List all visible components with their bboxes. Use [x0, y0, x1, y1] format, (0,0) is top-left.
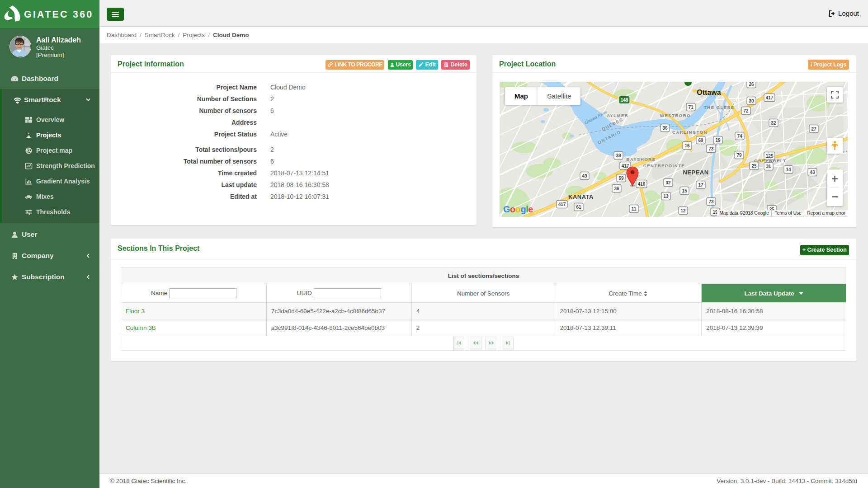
svg-text:125: 125	[766, 154, 774, 159]
svg-text:Ottawa: Ottawa	[697, 89, 721, 96]
svg-text:CENTREPOINTE: CENTREPOINTE	[643, 163, 685, 168]
svg-text:17: 17	[698, 183, 703, 188]
svg-text:32: 32	[771, 121, 776, 126]
svg-text:WESTBORO: WESTBORO	[660, 113, 691, 118]
svg-text:11: 11	[632, 206, 637, 211]
svg-text:71: 71	[688, 105, 693, 110]
svg-text:THE GLEBE: THE GLEBE	[704, 105, 735, 110]
svg-text:49: 49	[582, 174, 587, 178]
svg-text:14: 14	[786, 167, 791, 172]
svg-text:32: 32	[665, 180, 671, 185]
svg-text:61: 61	[576, 205, 581, 210]
svg-text:416: 416	[638, 182, 646, 187]
svg-text:79: 79	[736, 153, 742, 158]
svg-text:CARLINGTON: CARLINGTON	[672, 130, 708, 135]
svg-text:BAYSHORE: BAYSHORE	[627, 157, 656, 162]
svg-text:72: 72	[743, 108, 749, 113]
svg-text:36: 36	[662, 126, 668, 131]
svg-text:73: 73	[708, 146, 714, 151]
svg-text:31: 31	[766, 164, 771, 169]
svg-text:417: 417	[558, 202, 566, 207]
svg-text:73: 73	[708, 199, 714, 204]
svg-text:AYLMER: AYLMER	[607, 113, 628, 118]
svg-text:12: 12	[680, 208, 686, 213]
svg-text:15: 15	[682, 188, 687, 193]
svg-text:43: 43	[810, 170, 815, 175]
svg-text:KANATA: KANATA	[568, 193, 594, 200]
svg-text:13: 13	[663, 194, 669, 199]
svg-text:417: 417	[622, 164, 629, 169]
svg-text:30: 30	[749, 99, 754, 103]
svg-text:74: 74	[737, 134, 742, 139]
svg-text:36: 36	[614, 186, 619, 191]
svg-text:19: 19	[715, 138, 721, 143]
svg-text:16: 16	[684, 143, 690, 148]
svg-text:26: 26	[749, 82, 754, 87]
svg-text:69: 69	[698, 138, 703, 143]
svg-text:417: 417	[766, 95, 774, 100]
svg-text:38: 38	[616, 153, 621, 158]
svg-text:25: 25	[751, 164, 757, 169]
svg-text:27: 27	[811, 127, 816, 131]
svg-text:59: 59	[618, 176, 624, 181]
svg-text:a H: a H	[842, 150, 848, 154]
svg-text:148: 148	[621, 98, 628, 103]
svg-text:NEPEAN: NEPEAN	[683, 169, 708, 176]
